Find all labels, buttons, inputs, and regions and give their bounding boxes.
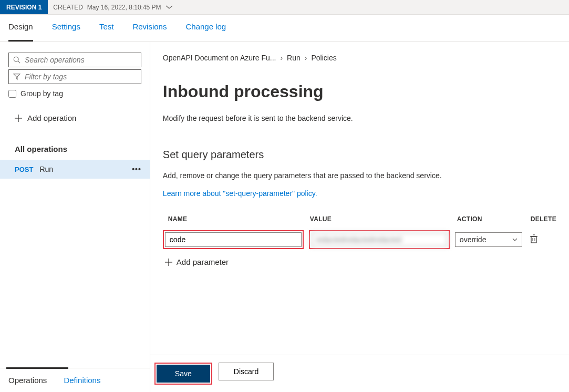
add-parameter-button[interactable]: Add parameter	[163, 251, 556, 273]
search-icon	[13, 56, 20, 64]
filter-input[interactable]	[25, 73, 137, 81]
operation-menu-icon[interactable]: •••	[132, 165, 141, 173]
filter-icon	[13, 73, 20, 80]
page-description: Modify the request before it is sent to …	[163, 114, 556, 122]
add-operation-label: Add operation	[27, 114, 76, 122]
header-name: NAME	[163, 215, 310, 223]
header-action: ACTION	[457, 215, 531, 223]
page-title: Inbound processing	[163, 82, 556, 101]
bottom-tab-operations[interactable]: Operations	[0, 368, 55, 392]
sidebar-bottom-tabs: Operations Definitions	[0, 368, 150, 392]
breadcrumb-item-policies: Policies	[311, 54, 336, 62]
breadcrumb-separator: ›	[305, 54, 307, 62]
discard-button[interactable]: Discard	[219, 363, 274, 380]
tab-design[interactable]: Design	[8, 22, 33, 42]
content-area: OpenAPI Document on Azure Fu... › Run › …	[150, 42, 569, 392]
chevron-down-icon	[512, 238, 518, 241]
breadcrumb-item-run[interactable]: Run	[287, 54, 301, 62]
tab-test[interactable]: Test	[99, 22, 114, 42]
revision-badge: REVISION 1	[0, 0, 48, 14]
section-title: Set query parameters	[163, 149, 556, 161]
section-description: Add, remove or change the query paramete…	[163, 171, 556, 180]
svg-rect-4	[531, 236, 536, 243]
parameter-table: NAME VALUE ACTION DELETE override	[163, 210, 556, 273]
action-dropdown[interactable]: override	[455, 232, 522, 247]
operation-item[interactable]: POST Run •••	[0, 160, 150, 179]
learn-more-link[interactable]: Learn more about "set-query-parameter" p…	[163, 189, 556, 198]
search-operations[interactable]	[8, 53, 141, 67]
breadcrumb-item-api[interactable]: OpenAPI Document on Azure Fu...	[163, 54, 276, 62]
created-date: May 16, 2022, 8:10:45 PM	[87, 4, 161, 11]
revision-bar: REVISION 1 CREATED May 16, 2022, 8:10:45…	[0, 0, 569, 15]
table-row: override	[163, 228, 556, 251]
group-by-tag[interactable]: Group by tag	[8, 89, 141, 98]
operation-name: Run	[39, 165, 126, 173]
param-value-input[interactable]	[311, 232, 448, 247]
header-delete: DELETE	[531, 215, 556, 223]
save-button[interactable]: Save	[157, 365, 210, 383]
group-by-checkbox[interactable]	[8, 90, 16, 98]
all-operations-label[interactable]: All operations	[0, 138, 150, 160]
svg-point-0	[14, 57, 18, 61]
search-input[interactable]	[25, 56, 137, 64]
table-header: NAME VALUE ACTION DELETE	[163, 210, 556, 228]
tab-settings[interactable]: Settings	[52, 22, 80, 42]
tab-revisions[interactable]: Revisions	[132, 22, 167, 42]
add-parameter-label: Add parameter	[177, 257, 229, 266]
top-tabs: Design Settings Test Revisions Change lo…	[0, 15, 569, 42]
bottom-tab-definitions[interactable]: Definitions	[55, 368, 109, 392]
breadcrumb-separator: ›	[280, 54, 283, 62]
group-by-label: Group by tag	[20, 89, 63, 98]
operation-method: POST	[15, 166, 33, 173]
breadcrumb: OpenAPI Document on Azure Fu... › Run › …	[163, 54, 556, 62]
param-name-input[interactable]	[165, 232, 302, 247]
footer-buttons: Save Discard	[150, 355, 569, 392]
add-operation-button[interactable]: Add operation	[0, 108, 150, 128]
sidebar: Group by tag Add operation All operation…	[0, 42, 150, 392]
name-highlight	[163, 230, 304, 249]
save-highlight: Save	[154, 363, 212, 385]
revision-created[interactable]: CREATED May 16, 2022, 8:10:45 PM	[48, 4, 178, 11]
chevron-down-icon	[165, 5, 173, 9]
trash-icon	[530, 234, 538, 244]
header-value: VALUE	[310, 215, 457, 223]
filter-by-tags[interactable]	[8, 69, 141, 84]
plus-icon	[165, 259, 172, 266]
tab-changelog[interactable]: Change log	[185, 22, 226, 42]
delete-button[interactable]	[530, 234, 538, 245]
action-value: override	[460, 235, 487, 244]
value-highlight	[309, 230, 450, 249]
svg-line-1	[18, 61, 20, 63]
plus-icon	[15, 115, 22, 122]
created-label: CREATED	[53, 4, 82, 11]
